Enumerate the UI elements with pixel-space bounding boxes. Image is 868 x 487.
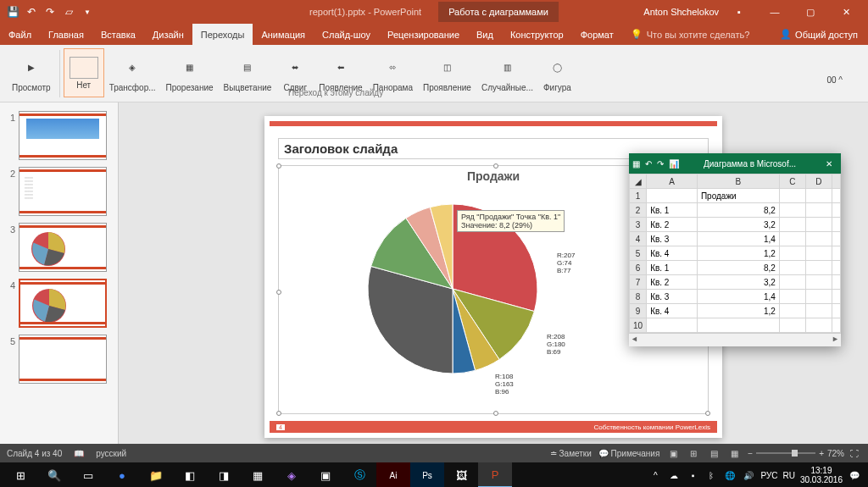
excel-redo-icon[interactable]: ↷ xyxy=(657,159,664,169)
tab-format[interactable]: Формат xyxy=(572,24,622,45)
thumbnail-1[interactable]: 1 xyxy=(0,109,118,162)
tray-network-icon[interactable]: 🌐 xyxy=(723,468,737,482)
tell-me[interactable]: 💡Что вы хотите сделать? xyxy=(631,29,750,40)
tray-clock[interactable]: 13:1930.03.2016 xyxy=(800,466,843,484)
zoom-level[interactable]: 72% xyxy=(827,449,844,458)
tab-slideshow[interactable]: Слайд-шоу xyxy=(314,24,379,45)
ribbon-options-icon[interactable]: ▪ xyxy=(724,0,754,24)
transition-reveal[interactable]: ◫Проявление xyxy=(418,48,476,97)
search-icon[interactable]: 🔍 xyxy=(37,462,71,487)
task-skype[interactable]: Ⓢ xyxy=(342,462,376,487)
tab-home[interactable]: Главная xyxy=(40,24,92,45)
maximize-icon[interactable]: ▢ xyxy=(795,0,826,24)
start-button[interactable]: ⊞ xyxy=(3,462,37,487)
start-icon[interactable]: ▱ xyxy=(63,6,75,18)
tab-view[interactable]: Вид xyxy=(468,24,502,45)
tray-lang1[interactable]: РУС xyxy=(760,471,777,480)
thumbnail-2[interactable]: 2━━━━━━━━━━━━━━━━━━━━━━━━━━━━━━━━━━━ xyxy=(0,165,118,218)
col-c[interactable]: C xyxy=(779,174,805,189)
transition-none[interactable]: Нет xyxy=(64,48,104,97)
tab-file[interactable]: Файл xyxy=(0,24,40,45)
task-view-icon[interactable]: ▭ xyxy=(71,462,105,487)
task-app1[interactable]: ◧ xyxy=(173,462,207,487)
preview-button[interactable]: ▶Просмотр xyxy=(7,48,56,97)
redo-icon[interactable]: ↷ xyxy=(44,6,56,18)
transition-shape[interactable]: ◯Фигура xyxy=(538,48,576,97)
zoom-in-icon[interactable]: + xyxy=(819,449,824,458)
sorter-view-icon[interactable]: ⊞ xyxy=(687,446,700,460)
task-ps[interactable]: Ps xyxy=(410,462,444,487)
normal-view-icon[interactable]: ▣ xyxy=(666,446,680,460)
transition-random[interactable]: ▥Случайные... xyxy=(476,48,538,97)
excel-chart-icon: 📊 xyxy=(669,159,679,169)
task-powerpoint[interactable]: P xyxy=(478,462,512,487)
comments-button[interactable]: 💬 Примечания xyxy=(598,449,660,458)
split-icon: ⬄ xyxy=(379,54,406,81)
thumbnail-panel[interactable]: 1 2━━━━━━━━━━━━━━━━━━━━━━━━━━━━━━━━━━━ 3… xyxy=(0,102,119,444)
none-icon xyxy=(70,57,98,79)
col-d[interactable]: D xyxy=(805,174,832,189)
close-icon[interactable]: ✕ xyxy=(831,0,861,24)
undo-icon[interactable]: ↶ xyxy=(25,6,37,18)
save-icon[interactable]: 💾 xyxy=(7,6,19,18)
notes-button[interactable]: ≐ Заметки xyxy=(550,449,592,458)
task-app4[interactable]: ▣ xyxy=(309,462,342,487)
tab-review[interactable]: Рецензирование xyxy=(379,24,468,45)
reading-view-icon[interactable]: ▤ xyxy=(707,446,721,460)
tab-insert[interactable]: Вставка xyxy=(92,24,144,45)
slide-canvas[interactable]: Заголовок слайда Продажи Ряд "Продажи" Т… xyxy=(119,102,868,444)
spellcheck-icon[interactable]: 📖 xyxy=(72,446,86,460)
excel-titlebar[interactable]: ▦ ↶ ↷ 📊 Диаграмма в Microsof... ✕ xyxy=(629,153,841,174)
tab-transitions[interactable]: Переходы xyxy=(192,24,253,45)
wipe-icon: ⬅ xyxy=(327,54,354,81)
task-explorer[interactable]: 📁 xyxy=(139,462,173,487)
excel-data-window[interactable]: ▦ ↶ ↷ 📊 Диаграмма в Microsof... ✕ ◢ABCD … xyxy=(629,153,841,346)
task-app3[interactable]: ▦ xyxy=(241,462,275,487)
thumbnail-3[interactable]: 3 xyxy=(0,221,118,274)
col-a[interactable]: A xyxy=(647,174,698,189)
slideshow-view-icon[interactable]: ▦ xyxy=(727,446,741,460)
minimize-icon[interactable]: — xyxy=(760,0,790,24)
task-app2[interactable]: ◨ xyxy=(207,462,241,487)
task-img[interactable]: 🖼 xyxy=(444,462,478,487)
tray-up-icon[interactable]: ^ xyxy=(648,468,662,482)
task-chrome[interactable]: ● xyxy=(105,462,139,487)
excel-close-icon[interactable]: ✕ xyxy=(821,159,837,169)
excel-window-title: Диаграмма в Microsof... xyxy=(704,159,796,169)
share-button[interactable]: 👤Общий доступ xyxy=(770,29,868,40)
tray-lang2[interactable]: RU xyxy=(782,471,794,480)
tray-bluetooth-icon[interactable]: ᛒ xyxy=(704,468,718,482)
share-icon: 👤 xyxy=(780,29,792,40)
ribbon-collapse[interactable]: 00 ^ xyxy=(826,75,843,85)
tray-onedrive-icon[interactable]: ☁ xyxy=(667,468,681,482)
footer-text: Собственность компании PowerLexis xyxy=(593,423,710,431)
zoom-control[interactable]: − + 72% ⛶ xyxy=(748,446,861,460)
qat-dropdown-icon[interactable]: ▼ xyxy=(81,6,93,18)
task-vs[interactable]: ◈ xyxy=(275,462,309,487)
language-indicator[interactable]: русский xyxy=(96,449,126,458)
slide-counter[interactable]: Слайд 4 из 40 xyxy=(7,449,62,458)
tab-designer[interactable]: Конструктор xyxy=(502,24,572,45)
excel-scrollbar[interactable]: ◄► xyxy=(629,333,841,346)
zoom-out-icon[interactable]: − xyxy=(748,449,753,458)
excel-grid[interactable]: ◢ABCD 1Продажи 2Кв. 18,23Кв. 23,24Кв. 31… xyxy=(629,174,841,333)
select-all-cell[interactable]: ◢ xyxy=(630,174,647,189)
fit-icon[interactable]: ⛶ xyxy=(848,446,861,460)
thumbnail-5[interactable]: 5 xyxy=(0,333,118,385)
col-b[interactable]: B xyxy=(697,174,779,189)
thumbnail-4[interactable]: 4 xyxy=(0,277,118,329)
tray-app-icon[interactable]: ▪ xyxy=(686,468,699,482)
task-ai[interactable]: Ai xyxy=(376,462,410,487)
contextual-tab-title: Работа с диаграммами xyxy=(438,2,559,22)
zoom-slider[interactable] xyxy=(756,452,815,454)
tab-animation[interactable]: Анимация xyxy=(253,24,314,45)
morph-icon: ◈ xyxy=(119,54,146,81)
excel-undo-icon[interactable]: ↶ xyxy=(645,159,652,169)
transition-cut[interactable]: ▦Прорезание xyxy=(161,48,219,97)
user-name[interactable]: Anton Shchelokov xyxy=(643,7,719,17)
tray-notifications-icon[interactable]: 💬 xyxy=(848,468,861,482)
transition-fade[interactable]: ▤Выцветание xyxy=(219,48,277,97)
tray-volume-icon[interactable]: 🔊 xyxy=(742,468,755,482)
transition-morph[interactable]: ◈Трансфор... xyxy=(104,48,161,97)
tab-design[interactable]: Дизайн xyxy=(144,24,192,45)
